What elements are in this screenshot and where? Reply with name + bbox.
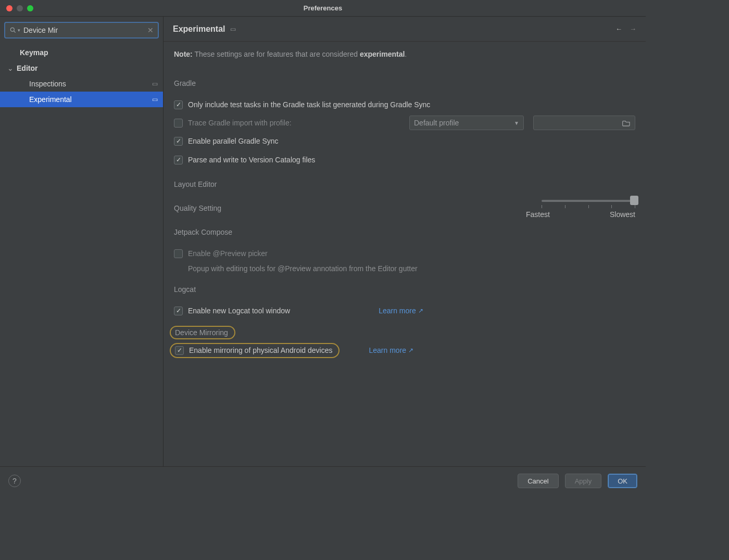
settings-scope-icon: ▭: [152, 80, 158, 87]
svg-point-0: [10, 28, 14, 31]
jetpack-preview-picker-label: Enable @Preview picker: [188, 249, 268, 258]
nav-back-icon[interactable]: ←: [615, 25, 622, 33]
link-text: Learn more: [369, 346, 406, 354]
jetpack-preview-picker-hint: Popup with editing tools for @Preview an…: [188, 264, 635, 273]
gradle-trace-import-label: Trace Gradle import with profile:: [188, 119, 292, 127]
sidebar-item-keymap[interactable]: Keymap: [0, 45, 163, 60]
content-pane: Experimental ▭ ← → Note: These settings …: [164, 17, 646, 466]
button-label: Cancel: [527, 477, 548, 485]
settings-scope-icon: ▭: [230, 26, 236, 33]
content-header: Experimental ▭ ← →: [164, 17, 646, 42]
dialog-footer: ? Cancel Apply OK: [0, 466, 646, 495]
gradle-parallel-sync-label: Enable parallel Gradle Sync: [188, 137, 279, 145]
svg-line-1: [14, 31, 16, 33]
gradle-version-catalog-row: Parse and write to Version Catalog files: [174, 152, 635, 168]
search-input[interactable]: [23, 26, 147, 34]
sidebar-item-inspections[interactable]: Inspections ▭: [0, 76, 163, 92]
maximize-window-button[interactable]: [27, 5, 33, 11]
experimental-note: Note: These settings are for features th…: [174, 50, 635, 58]
sidebar-item-experimental[interactable]: Experimental ▭: [0, 92, 163, 107]
settings-scope-icon: ▭: [152, 96, 158, 103]
note-prefix: Note:: [174, 50, 193, 58]
window-controls: [6, 5, 33, 11]
section-device-mirroring: Device Mirroring: [175, 328, 228, 337]
slider-fastest-label: Fastest: [526, 210, 550, 219]
gradle-version-catalog-label: Parse and write to Version Catalog files: [188, 156, 315, 164]
mirroring-enable-checkbox[interactable]: [175, 346, 184, 355]
highlight-mirroring-checkbox: Enable mirroring of physical Android dev…: [170, 343, 340, 358]
jetpack-preview-picker-checkbox[interactable]: [174, 249, 183, 258]
dropdown-caret-icon: ▼: [514, 120, 519, 126]
button-label: Apply: [575, 477, 592, 485]
search-icon: [9, 27, 17, 34]
mirroring-enable-label: Enable mirroring of physical Android dev…: [189, 346, 332, 354]
note-suffix: .: [405, 50, 407, 58]
sidebar-item-label: Keymap: [20, 48, 48, 57]
quality-setting-row: Quality Setting Fastest Slowest: [174, 198, 635, 219]
gradle-only-test-tasks-checkbox[interactable]: [174, 100, 183, 109]
slider-ticks: [542, 205, 635, 208]
section-gradle: Gradle: [174, 79, 196, 87]
mirroring-enable-row: Enable mirroring of physical Android dev…: [174, 342, 635, 358]
quality-setting-label: Quality Setting: [174, 204, 221, 212]
gradle-trace-import-checkbox[interactable]: [174, 119, 183, 128]
clear-search-icon[interactable]: ✕: [147, 26, 154, 34]
gradle-parallel-sync-row: Enable parallel Gradle Sync: [174, 133, 635, 149]
section-jetpack-compose: Jetpack Compose: [174, 228, 232, 236]
external-link-icon: ↗: [418, 307, 423, 314]
gradle-version-catalog-checkbox[interactable]: [174, 156, 183, 164]
note-text: These settings are for features that are…: [194, 50, 358, 58]
gradle-parallel-sync-checkbox[interactable]: [174, 137, 183, 146]
section-logcat: Logcat: [174, 285, 196, 294]
logcat-enable-checkbox[interactable]: [174, 307, 183, 315]
ok-button[interactable]: OK: [608, 474, 637, 488]
gradle-only-test-tasks-label: Only include test tasks in the Gradle ta…: [188, 100, 430, 109]
gradle-only-test-tasks-row: Only include test tasks in the Gradle ta…: [174, 97, 635, 112]
search-box[interactable]: ▾ ✕: [4, 22, 159, 39]
logcat-enable-row: Enable new Logcat tool window Learn more…: [174, 303, 635, 319]
sidebar-item-editor[interactable]: ⌄ Editor: [0, 60, 163, 76]
gradle-trace-import-row: Trace Gradle import with profile: Defaul…: [174, 116, 635, 130]
link-text: Learn more: [379, 307, 416, 315]
external-link-icon: ↗: [408, 347, 413, 354]
quality-slider[interactable]: [542, 200, 635, 202]
gradle-profile-browse[interactable]: [533, 116, 635, 130]
titlebar: Preferences: [0, 0, 646, 17]
nav-forward-icon: →: [630, 25, 636, 33]
sidebar-item-label: Inspections: [29, 80, 66, 88]
logcat-enable-label: Enable new Logcat tool window: [188, 307, 290, 315]
minimize-window-button[interactable]: [17, 5, 23, 11]
gradle-profile-value: Default profile: [414, 119, 459, 127]
sidebar-item-label: Experimental: [29, 95, 72, 104]
close-window-button[interactable]: [6, 5, 12, 11]
folder-icon: [622, 119, 631, 126]
jetpack-preview-picker-row: Enable @Preview picker: [174, 246, 635, 261]
page-title: Experimental: [173, 24, 225, 34]
cancel-button[interactable]: Cancel: [518, 474, 558, 488]
window-title: Preferences: [0, 4, 646, 12]
slider-thumb[interactable]: [630, 196, 638, 205]
apply-button[interactable]: Apply: [565, 474, 602, 488]
section-layout-editor: Layout Editor: [174, 180, 217, 188]
highlight-device-mirroring-title: Device Mirroring: [170, 326, 235, 339]
note-emph: experimental: [360, 50, 405, 58]
dropdown-caret-icon: ▾: [18, 28, 20, 33]
gradle-profile-combo[interactable]: Default profile ▼: [409, 116, 524, 130]
help-button[interactable]: ?: [8, 475, 21, 487]
sidebar-item-label: Editor: [17, 64, 37, 72]
sidebar: ▾ ✕ Keymap ⌄ Editor Inspections ▭ Experi…: [0, 17, 164, 466]
button-label: OK: [618, 477, 627, 485]
expand-arrow-icon: ⌄: [7, 64, 14, 72]
mirroring-learn-more-link[interactable]: Learn more ↗: [369, 346, 413, 354]
logcat-learn-more-link[interactable]: Learn more ↗: [379, 307, 423, 315]
slider-slowest-label: Slowest: [610, 210, 635, 219]
settings-tree: Keymap ⌄ Editor Inspections ▭ Experiment…: [0, 42, 163, 107]
